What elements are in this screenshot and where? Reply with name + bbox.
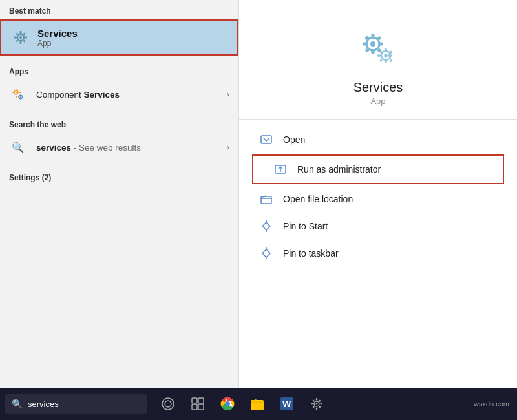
open-label: Open xyxy=(283,134,305,145)
open-action[interactable]: Open xyxy=(239,126,517,153)
pin-to-taskbar-label: Pin to taskbar xyxy=(283,248,339,258)
svg-rect-3 xyxy=(20,41,22,44)
svg-rect-59 xyxy=(251,401,264,410)
best-match-label: Best match xyxy=(0,0,238,19)
svg-rect-52 xyxy=(192,398,197,403)
search-web-section: Search the web 🔍 services - See web resu… xyxy=(0,111,238,164)
svg-rect-20 xyxy=(18,96,19,98)
search-web-item[interactable]: 🔍 services - See web results › xyxy=(0,133,238,162)
taskbar-search-box[interactable]: 🔍 services xyxy=(5,394,147,414)
svg-rect-69 xyxy=(319,399,321,402)
open-file-location-label: Open file location xyxy=(283,194,353,204)
svg-rect-70 xyxy=(312,406,315,408)
file-location-icon xyxy=(258,191,274,207)
svg-rect-18 xyxy=(20,94,21,96)
settings-section: Settings (2) xyxy=(0,164,238,189)
search-keyword: services xyxy=(36,143,71,152)
task-view-icon[interactable] xyxy=(187,394,208,414)
svg-rect-35 xyxy=(385,59,387,63)
svg-rect-45 xyxy=(261,196,271,204)
services-icon xyxy=(10,27,31,48)
svg-rect-5 xyxy=(25,37,27,39)
svg-rect-34 xyxy=(385,48,387,52)
chrome-icon[interactable] xyxy=(217,394,238,414)
best-match-title: Services xyxy=(37,28,78,39)
word-icon[interactable]: W xyxy=(277,394,297,414)
svg-rect-27 xyxy=(378,43,383,46)
run-as-admin-label: Run as administrator xyxy=(297,164,381,174)
svg-rect-54 xyxy=(192,404,197,410)
pin-to-start-action[interactable]: Pin to Start xyxy=(239,213,517,240)
settings-label: Settings (2) xyxy=(0,167,238,186)
taskbar-icons: W xyxy=(158,394,327,414)
svg-rect-24 xyxy=(372,34,375,39)
search-web-arrow: › xyxy=(227,143,229,152)
watermark: wsxdn.com xyxy=(474,400,509,408)
svg-rect-66 xyxy=(311,403,313,404)
app-subtitle: App xyxy=(370,96,385,106)
cortana-icon[interactable] xyxy=(158,394,178,414)
svg-rect-21 xyxy=(22,96,23,98)
svg-rect-25 xyxy=(372,49,375,54)
pin-taskbar-icon xyxy=(258,246,274,261)
left-panel: Best match Servic xyxy=(0,0,239,388)
svg-rect-2 xyxy=(20,31,22,34)
component-services-item[interactable]: Component Services › xyxy=(0,80,238,109)
svg-rect-67 xyxy=(321,403,323,404)
action-list: Open Run as administrator xyxy=(239,120,517,273)
taskbar-search-text: services xyxy=(28,399,59,409)
apps-section: Apps xyxy=(0,58,238,111)
svg-text:W: W xyxy=(282,399,291,409)
svg-rect-15 xyxy=(19,92,21,93)
pin-to-taskbar-action[interactable]: Pin to taskbar xyxy=(239,240,517,267)
admin-icon xyxy=(273,162,288,177)
svg-rect-41 xyxy=(389,59,392,62)
apps-label: Apps xyxy=(0,61,238,80)
run-as-admin-action[interactable]: Run as administrator xyxy=(252,154,504,184)
taskbar: 🔍 services xyxy=(0,388,517,420)
pin-to-start-label: Pin to Start xyxy=(283,221,328,231)
taskbar-settings-icon[interactable] xyxy=(306,394,327,414)
svg-rect-37 xyxy=(388,54,392,57)
svg-rect-26 xyxy=(363,43,368,46)
svg-rect-68 xyxy=(312,399,315,402)
pin-start-icon xyxy=(258,218,274,234)
search-suffix: - See web results xyxy=(71,143,141,152)
svg-rect-12 xyxy=(16,89,17,90)
search-web-label: Search the web xyxy=(0,114,238,133)
svg-rect-71 xyxy=(319,406,321,408)
app-big-icon xyxy=(355,26,401,72)
svg-rect-14 xyxy=(12,92,14,93)
svg-point-33 xyxy=(384,54,388,58)
svg-point-11 xyxy=(16,92,17,93)
svg-point-1 xyxy=(19,36,22,39)
open-file-location-action[interactable]: Open file location xyxy=(239,185,517,213)
app-info-panel: Services App xyxy=(239,0,517,120)
open-icon xyxy=(258,132,274,147)
component-services-arrow: › xyxy=(227,90,229,99)
best-match-services[interactable]: Services App xyxy=(0,19,238,56)
svg-point-50 xyxy=(162,398,174,410)
svg-rect-19 xyxy=(20,98,21,100)
svg-rect-42 xyxy=(261,136,271,143)
svg-rect-53 xyxy=(198,398,204,403)
svg-point-17 xyxy=(20,96,21,98)
svg-rect-65 xyxy=(316,408,317,410)
svg-point-23 xyxy=(370,41,375,47)
right-panel: Services App Open xyxy=(239,0,517,388)
svg-rect-55 xyxy=(198,404,204,410)
search-web-icon: 🔍 xyxy=(9,138,27,156)
svg-rect-13 xyxy=(16,96,17,98)
component-services-label: Component Services xyxy=(36,90,227,100)
svg-point-51 xyxy=(165,401,171,407)
component-services-icon xyxy=(9,85,27,103)
app-title: Services xyxy=(353,80,403,95)
best-match-subtitle: App xyxy=(37,39,78,48)
search-web-text: services - See web results xyxy=(36,143,227,152)
file-explorer-icon[interactable] xyxy=(247,394,268,414)
svg-rect-4 xyxy=(14,37,17,39)
svg-rect-64 xyxy=(316,398,317,401)
svg-rect-36 xyxy=(377,54,381,57)
svg-point-63 xyxy=(316,403,318,405)
main-area: Best match Servic xyxy=(0,0,517,388)
